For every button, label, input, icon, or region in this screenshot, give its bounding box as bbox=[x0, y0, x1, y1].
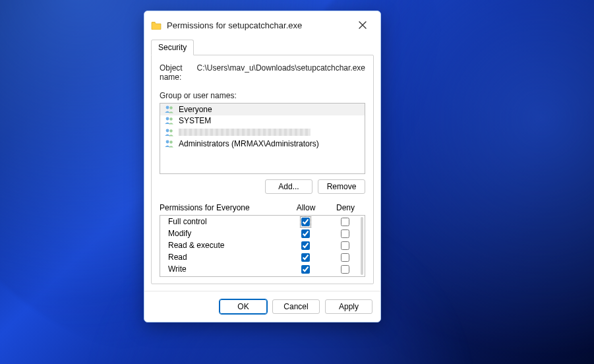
allow-checkbox[interactable] bbox=[301, 218, 310, 226]
group-list-label: Group or user names: bbox=[160, 91, 365, 100]
ok-button[interactable]: OK bbox=[220, 299, 267, 314]
group-name: Administrators (MRMAX\Administrators) bbox=[179, 139, 319, 148]
security-panel: Object name: C:\Users\mav_u\Downloads\se… bbox=[151, 55, 374, 284]
permissions-dialog: Permissions for setupcatchchar.exe Secur… bbox=[144, 11, 381, 322]
svg-point-3 bbox=[169, 118, 172, 121]
deny-checkbox[interactable] bbox=[341, 241, 349, 250]
svg-point-0 bbox=[166, 106, 169, 109]
titlebar[interactable]: Permissions for setupcatchchar.exe bbox=[144, 11, 380, 39]
group-list-item[interactable]: Everyone bbox=[160, 104, 365, 115]
permission-name: Write bbox=[168, 264, 285, 274]
object-name-value: C:\Users\mav_u\Downloads\setupcatchchar.… bbox=[197, 63, 365, 82]
allow-checkbox[interactable] bbox=[301, 229, 310, 238]
folder-icon bbox=[151, 20, 162, 30]
allow-checkbox[interactable] bbox=[301, 253, 310, 262]
users-icon bbox=[164, 104, 175, 115]
permission-name: Full control bbox=[168, 217, 285, 226]
group-name: Everyone bbox=[179, 105, 212, 114]
cancel-button[interactable]: Cancel bbox=[272, 299, 320, 314]
deny-checkbox[interactable] bbox=[341, 218, 349, 226]
tab-strip: Security bbox=[144, 39, 380, 55]
group-list-item[interactable]: Administrators (MRMAX\Administrators) bbox=[160, 138, 365, 150]
permission-row: Full control bbox=[160, 216, 365, 228]
group-list[interactable]: EveryoneSYSTEMAdministrators (MRMAX\Admi… bbox=[160, 103, 365, 174]
svg-point-6 bbox=[166, 140, 169, 144]
users-icon bbox=[164, 127, 175, 138]
allow-checkbox[interactable] bbox=[301, 265, 310, 274]
users-icon bbox=[164, 115, 175, 126]
deny-checkbox[interactable] bbox=[341, 229, 349, 238]
permission-name: Read & execute bbox=[168, 241, 285, 250]
redacted-group-name bbox=[179, 129, 311, 136]
deny-column-header: Deny bbox=[326, 203, 365, 212]
window-title: Permissions for setupcatchchar.exe bbox=[167, 20, 351, 30]
apply-button[interactable]: Apply bbox=[325, 299, 372, 314]
allow-checkbox[interactable] bbox=[301, 241, 310, 250]
svg-point-2 bbox=[166, 117, 169, 121]
users-icon bbox=[164, 138, 175, 149]
allow-column-header: Allow bbox=[286, 203, 326, 212]
group-list-item[interactable] bbox=[160, 127, 365, 138]
permissions-for-label: Permissions for Everyone bbox=[160, 203, 286, 212]
dialog-footer: OK Cancel Apply bbox=[144, 291, 380, 322]
permission-row: Read bbox=[160, 251, 365, 263]
tab-security[interactable]: Security bbox=[151, 40, 194, 55]
object-name-label: Object name: bbox=[160, 63, 189, 82]
group-list-item[interactable]: SYSTEM bbox=[160, 115, 365, 127]
permissions-list: Full controlModifyRead & executeReadWrit… bbox=[160, 215, 365, 277]
group-name: SYSTEM bbox=[179, 116, 211, 125]
close-button[interactable] bbox=[351, 16, 374, 34]
add-button[interactable]: Add... bbox=[265, 179, 312, 194]
remove-button[interactable]: Remove bbox=[318, 179, 365, 194]
scrollbar[interactable] bbox=[361, 217, 363, 275]
permission-row: Read & execute bbox=[160, 239, 365, 251]
svg-point-4 bbox=[166, 129, 169, 132]
permission-name: Modify bbox=[168, 229, 285, 238]
permission-row: Modify bbox=[160, 228, 365, 239]
svg-point-1 bbox=[169, 106, 172, 109]
svg-point-7 bbox=[169, 141, 172, 144]
permission-row: Write bbox=[160, 263, 365, 275]
close-icon bbox=[359, 21, 367, 29]
svg-point-5 bbox=[169, 129, 172, 132]
deny-checkbox[interactable] bbox=[341, 265, 349, 274]
deny-checkbox[interactable] bbox=[341, 253, 349, 262]
permission-name: Read bbox=[168, 253, 285, 262]
